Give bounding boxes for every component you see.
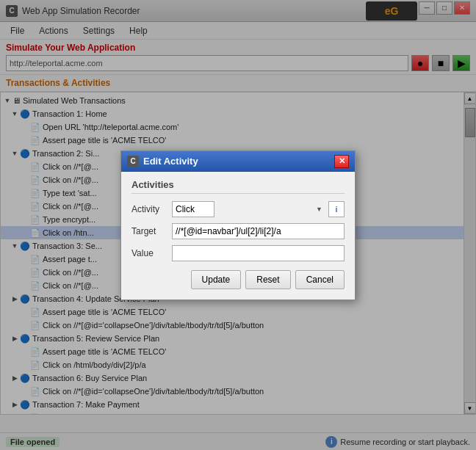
modal-title: Edit Activity [143,156,198,167]
modal-section-title: Activities [131,179,345,194]
activity-row: Activity Click Type Assert Navigate Sele… [131,201,345,217]
cancel-button[interactable]: Cancel [295,270,345,289]
modal-buttons: Update Reset Cancel [131,270,345,289]
activity-info-button[interactable]: i [328,201,345,217]
value-row: Value [131,245,345,261]
edit-activity-modal: C Edit Activity ✕ Activities Activity Cl… [120,150,356,300]
modal-overlay: C Edit Activity ✕ Activities Activity Cl… [0,0,476,450]
update-button[interactable]: Update [191,270,242,289]
modal-titlebar: C Edit Activity ✕ [121,151,355,172]
modal-close-button[interactable]: ✕ [334,155,349,168]
target-row: Target [131,223,345,239]
target-label: Target [131,226,172,236]
activity-label: Activity [131,204,172,214]
modal-content: Activities Activity Click Type Assert Na… [121,172,355,300]
reset-button[interactable]: Reset [245,270,290,289]
activity-select[interactable]: Click Type Assert Navigate Select [172,201,214,217]
target-input[interactable] [172,223,345,239]
value-label: Value [131,248,172,258]
modal-app-icon: C [127,156,139,167]
main-window: C Web App Simulation Recorder eG ─ □ ✕ F… [0,0,476,450]
value-input[interactable] [172,245,345,261]
